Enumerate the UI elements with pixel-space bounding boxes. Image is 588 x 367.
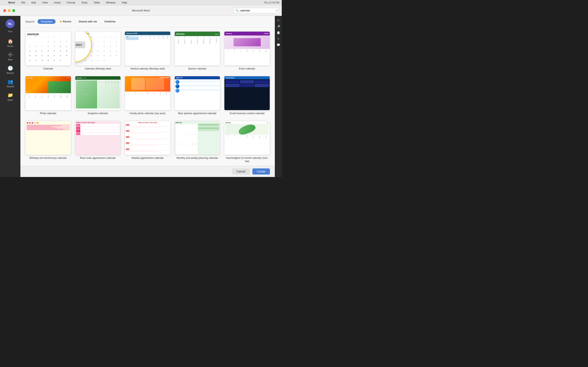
sidebar-username: Rob [8,30,12,33]
menu-word[interactable]: Word [7,1,16,4]
menu-insert[interactable]: Insert [53,1,62,4]
bottom-bar: Cancel Create [20,166,275,177]
tab-onedrive[interactable]: OneDrive [102,19,118,24]
template-thumb-monday: January YEAR Monday MTWTFSS 12345 678910… [75,31,121,66]
app-container: RL Rob 🏠 Home ➕ New 🕐 Recent 👥 Shared 📁 … [0,16,282,177]
templates-grid: JANYEAR SMTWTFS 1234 567891011 121314151… [20,27,275,166]
search-tabs: Templates Recent Shared with me OneDrive [38,19,118,24]
recent-dot-indicator [60,21,62,22]
template-monday[interactable]: January YEAR Monday MTWTFSS 12345 678910… [75,31,121,70]
tooltip-label: Templates [75,42,86,48]
template-thumb-calendar: JANYEAR SMTWTFS 1234 567891011 121314151… [25,31,71,66]
shared-icon: 👥 [8,79,13,84]
right-icon-2[interactable]: 🔎 [276,24,281,29]
menu-tools[interactable]: Tools [80,1,89,4]
new-icon: ➕ [8,52,13,58]
template-weekly[interactable]: WEEK OF (PICK THE DATE) MON TUE [125,121,171,163]
tab-shared[interactable]: Shared with me [76,19,100,24]
template-photo-title: Photo calendar [40,112,56,115]
create-button[interactable]: Create [252,168,270,175]
menu-edit[interactable]: Edit [30,1,37,4]
maximize-button[interactable] [12,9,15,12]
menubar: Word File Edit View Insert Format Tools … [0,0,282,5]
main-content: Search: Templates Recent Shared with me … [20,16,275,177]
template-rose-title: Rose suite appointment calendar [80,157,116,160]
menu-format[interactable]: Format [66,1,76,4]
template-thumb-banner: January YEAR SMTWTFS 1234 567891011 1213… [174,31,220,66]
sidebar-shared-label: Shared [7,85,14,88]
search-clear-icon[interactable]: ✕ [276,9,278,12]
template-monday-title: Calendar (Monday start) [85,67,111,71]
template-event[interactable]: JanuaryYEAR SMTWTFS 1234 567891011 Ev [224,31,270,70]
sidebar-item-home[interactable]: 🏠 Home [2,37,18,49]
template-snapshot-title: Snapshot calendar [87,112,108,115]
template-small-business[interactable]: Social Media Small business content cale… [224,76,270,115]
template-family-title: Family photo calendar (any year) [130,112,165,115]
template-thumb-event: JanuaryYEAR SMTWTFS 1234 567891011 [224,31,270,66]
template-thumb-rose: WEEK OF (PICK THE DATE) MON TUE [75,121,121,155]
sidebar-recent-label: Recent [7,72,14,74]
template-thumb-small-business: Social Media [224,76,270,110]
template-vertical-title: Vertical calendar (Monday start) [130,67,165,71]
cancel-button[interactable]: Cancel [232,168,250,175]
search-bar: Search: Templates Recent Shared with me … [20,16,275,27]
template-thumb-birthday: ❤️ 💗 💜 💛 🧡 [25,121,71,155]
sidebar-item-recent[interactable]: 🕐 Recent [2,64,18,76]
minimize-button[interactable] [8,9,11,12]
menu-window[interactable]: Window [105,1,117,4]
title-search-box[interactable]: 🔍 ✕ [233,8,278,13]
template-thumb-photo: January YEAR Title SMTWTFS 1234 56789101… [25,76,71,110]
traffic-lights [3,9,15,12]
tab-templates[interactable]: Templates [38,19,55,24]
sidebar-item-shared[interactable]: 👥 Shared [2,77,18,90]
template-monthly-plan[interactable]: [MONTH] SMTWTFS 1234 567891011 [174,121,220,163]
window-title: Microsoft Word [132,9,150,12]
template-monthly-plan-title: Monthly and weekly planning calendar [177,157,218,160]
template-blue-spheres-title: Blue spheres appointment calendar [178,112,217,115]
menu-file[interactable]: File [20,1,26,4]
template-banner-title: Banner calendar [189,67,207,71]
template-thumb-weekly: WEEK OF (PICK THE DATE) MON TUE [125,121,171,155]
right-icon-4[interactable]: ⚙ [276,36,281,42]
tab-recent[interactable]: Recent [57,19,74,24]
menu-view[interactable]: View [41,1,49,4]
template-hummingbird[interactable]: January Year SMTWTFS 1234 567891011 [224,121,270,163]
template-rose[interactable]: WEEK OF (PICK THE DATE) MON TUE [75,121,121,163]
template-blue-spheres[interactable]: WEEK OF [174,76,220,115]
menu-help[interactable]: Help [121,1,129,4]
right-sidebar: W 🔎 📋 ⚙ 💬 [275,16,282,177]
template-thumb-blue-spheres: WEEK OF [174,76,220,110]
template-small-business-title: Small business content calendar [229,112,265,115]
sidebar-open-label: Open [8,99,13,101]
template-vertical[interactable]: January YEAR Title M T [125,31,171,70]
sidebar-home-label: Home [7,45,13,47]
template-photo[interactable]: January YEAR Title SMTWTFS 1234 56789101… [25,76,71,115]
template-birthday-title: Birthday and anniversary calendar [30,157,67,160]
template-thumb-family: January YEAR SMTWTFS 1234 567891011 [125,76,171,110]
search-label: Search: [25,20,35,23]
titlebar: Microsoft Word 🔍 ✕ [0,5,282,16]
template-thumb-monthly-plan: [MONTH] SMTWTFS 1234 567891011 [174,121,220,155]
sidebar: RL Rob 🏠 Home ➕ New 🕐 Recent 👥 Shared 📁 … [0,16,20,177]
template-family[interactable]: January YEAR SMTWTFS 1234 567891011 Fami… [125,76,171,115]
template-banner[interactable]: January YEAR SMTWTFS 1234 567891011 1213… [174,31,220,70]
sidebar-item-open[interactable]: 📁 Open [2,91,18,103]
right-icon-3[interactable]: 📋 [276,30,281,35]
open-icon: 📁 [8,92,13,98]
right-icon-5[interactable]: 💬 [276,42,281,48]
home-icon: 🏠 [8,39,13,44]
close-button[interactable] [3,9,6,12]
menu-table[interactable]: Table [92,1,101,4]
sidebar-item-new[interactable]: ➕ New [2,50,18,63]
template-birthday[interactable]: ❤️ 💗 💜 💛 🧡 [25,121,71,163]
search-icon: 🔍 [235,9,239,12]
search-input[interactable] [240,9,274,12]
template-event-title: Event calendar [239,67,255,71]
right-icon-1[interactable]: W [276,17,281,23]
template-calendar[interactable]: JANYEAR SMTWTFS 1234 567891011 121314151… [25,31,71,70]
template-thumb-vertical: January YEAR Title M T [125,31,171,66]
avatar: RL [6,19,15,28]
template-snapshot[interactable]: JanuaryYEAR Title MTWTFSS 12345 67891011… [75,76,121,115]
sidebar-new-label: New [8,58,12,61]
recent-icon: 🕐 [8,66,13,71]
